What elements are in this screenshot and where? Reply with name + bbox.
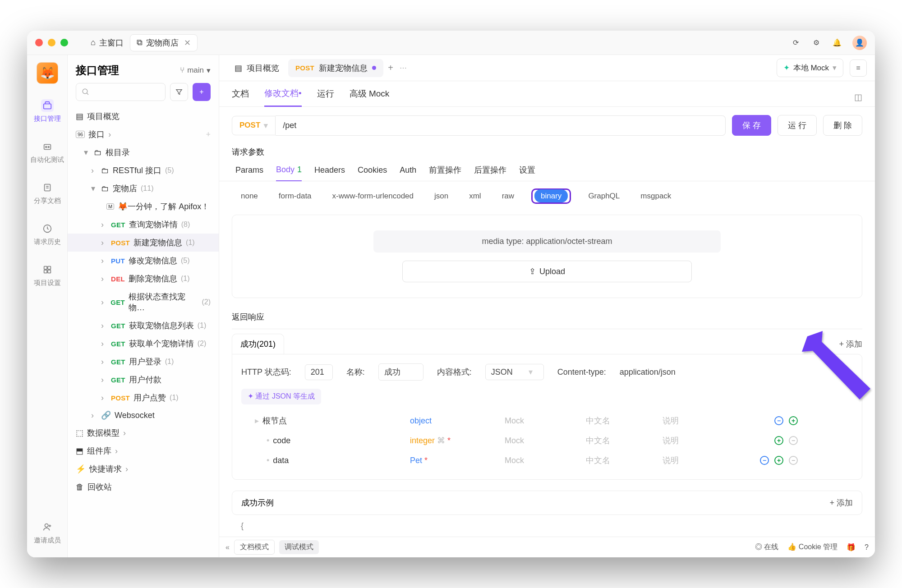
schema-type[interactable]: object	[410, 416, 505, 426]
add-icon[interactable]: +	[774, 456, 783, 465]
body-type-option[interactable]: xml	[465, 190, 484, 202]
url-input[interactable]: /pet	[276, 115, 726, 136]
tree-restful[interactable]: › 🗀 RESTful 接口 (5)	[68, 161, 219, 179]
remove-icon[interactable]: −	[789, 436, 798, 445]
nav-share[interactable]: 分享文档	[32, 179, 63, 207]
add-icon[interactable]: +	[774, 436, 783, 445]
search-input[interactable]	[76, 83, 166, 101]
tree-petshop[interactable]: ▾ 🗀 宠物店 (11)	[68, 179, 219, 198]
nav-invite[interactable]: 邀请成员	[32, 519, 63, 547]
close-icon[interactable]	[35, 39, 43, 46]
schema-desc-placeholder[interactable]: 说明	[663, 435, 739, 446]
collapse-icon[interactable]: −	[760, 456, 769, 465]
run-button[interactable]: 运 行	[778, 115, 817, 136]
schema-generate-button[interactable]: ✦ 通过 JSON 等生成	[241, 389, 321, 404]
menu-button[interactable]: ≡	[850, 60, 867, 77]
avatar[interactable]: 👤	[852, 36, 867, 50]
tree-root-dir[interactable]: ▾ 🗀 根目录	[68, 143, 219, 161]
schema-cn-placeholder[interactable]: 中文名	[586, 415, 663, 426]
nav-settings[interactable]: 项目设置	[32, 262, 63, 289]
request-tab[interactable]: Body1	[276, 165, 302, 181]
tree-md-note[interactable]: M 🦊一分钟，了解 Apifox！	[68, 198, 219, 216]
schema-mock-placeholder[interactable]: Mock	[505, 416, 586, 426]
tree-endpoint[interactable]: › GET 获取单个宠物详情 (2)	[68, 335, 219, 353]
request-tab[interactable]: 前置操作	[429, 165, 461, 181]
gear-icon[interactable]: ⚙	[811, 37, 822, 48]
body-type-option[interactable]: GraphQL	[584, 190, 623, 202]
method-selector[interactable]: POST ▾	[232, 116, 276, 135]
tree-endpoint[interactable]: › GET 用户付款	[68, 371, 219, 389]
nav-api-manage[interactable]: 接口管理	[32, 97, 63, 125]
upload-button[interactable]: ⇪ Upload	[402, 261, 692, 282]
tree-endpoint[interactable]: › GET 获取宠物信息列表 (1)	[68, 317, 219, 335]
tree-extra[interactable]: 🗑 回收站	[68, 478, 219, 496]
add-example-button[interactable]: + 添加	[829, 497, 853, 508]
window-tab-petstore[interactable]: ⧉ 宠物商店 ✕	[130, 34, 198, 51]
tab-overview[interactable]: ▤ 项目概览	[227, 59, 286, 77]
request-tab[interactable]: Auth	[400, 165, 416, 181]
body-type-option[interactable]: msgpack	[637, 190, 675, 202]
branch-selector[interactable]: ⑂ main ▾	[180, 66, 211, 75]
bell-icon[interactable]: 🔔	[832, 37, 842, 48]
save-button[interactable]: 保 存	[732, 115, 771, 136]
delete-button[interactable]: 删 除	[823, 115, 862, 136]
add-tab-button[interactable]: +	[385, 63, 396, 74]
schema-mock-placeholder[interactable]: Mock	[505, 436, 586, 446]
body-type-option[interactable]: x-www-form-urlencoded	[329, 190, 417, 202]
tree-overview[interactable]: ▤ 项目概览	[68, 107, 219, 125]
collapse-icon[interactable]: −	[774, 416, 783, 425]
body-type-option[interactable]: raw	[498, 190, 518, 202]
tree-api-root[interactable]: 96 接口 › +	[68, 125, 219, 143]
request-tab[interactable]: 后置操作	[474, 165, 506, 181]
remove-icon[interactable]: −	[789, 456, 798, 465]
add-icon[interactable]: +	[789, 416, 798, 425]
tree-endpoint[interactable]: › GET 根据状态查找宠物… (2)	[68, 288, 219, 317]
tree-endpoint[interactable]: › POST 新建宠物信息 (1)	[68, 234, 219, 252]
inner-tab-run[interactable]: 运行	[317, 88, 334, 106]
debug-mode-chip[interactable]: 调试模式	[279, 540, 319, 554]
request-tab[interactable]: Params	[235, 165, 263, 181]
body-type-option[interactable]: json	[431, 190, 452, 202]
body-type-option[interactable]: form-data	[275, 190, 315, 202]
schema-field-name[interactable]: ▸根节点	[248, 415, 410, 426]
tab-active-endpoint[interactable]: POST 新建宠物信息	[288, 59, 383, 77]
window-tab-main[interactable]: ⌂ 主窗口	[84, 35, 130, 51]
request-tab[interactable]: Headers	[314, 165, 345, 181]
inner-tab-mock[interactable]: 高级 Mock	[350, 88, 390, 106]
tree-endpoint[interactable]: › POST 用户点赞 (1)	[68, 389, 219, 407]
request-tab[interactable]: Cookies	[358, 165, 387, 181]
schema-field-name[interactable]: •data	[248, 456, 410, 465]
inner-tab-edit[interactable]: 修改文档•	[264, 87, 302, 107]
body-type-option[interactable]: binary	[534, 189, 568, 202]
cookie-manage-button[interactable]: 👍 Cookie 管理	[787, 542, 838, 552]
tree-websocket[interactable]: › 🔗 Websocket	[68, 407, 219, 424]
gift-icon[interactable]: 🎁	[847, 543, 856, 551]
format-select[interactable]: JSON ▾	[485, 364, 544, 380]
add-response-button[interactable]: + 添加	[839, 339, 862, 349]
more-icon[interactable]: ⋯	[398, 63, 409, 74]
nav-history[interactable]: 请求历史	[32, 220, 63, 248]
layout-icon[interactable]: ◫	[854, 92, 862, 102]
collapse-icon[interactable]: «	[226, 543, 230, 551]
refresh-icon[interactable]: ⟳	[790, 37, 801, 48]
minimize-icon[interactable]	[48, 39, 55, 46]
schema-field-name[interactable]: •code	[248, 436, 410, 446]
status-code-input[interactable]: 201	[305, 364, 333, 380]
maximize-icon[interactable]	[60, 39, 68, 46]
filter-button[interactable]	[170, 83, 188, 101]
tree-extra[interactable]: ⬚ 数据模型 ›	[68, 424, 219, 442]
help-icon[interactable]: ?	[865, 543, 869, 551]
name-input[interactable]: 成功	[378, 363, 423, 381]
close-tab-icon[interactable]: ✕	[184, 38, 191, 48]
schema-cn-placeholder[interactable]: 中文名	[586, 455, 663, 466]
inner-tab-doc[interactable]: 文档	[232, 88, 249, 106]
response-tab[interactable]: 成功(201)	[232, 334, 284, 354]
body-type-option[interactable]: none	[237, 190, 262, 202]
schema-desc-placeholder[interactable]: 说明	[663, 415, 739, 426]
schema-mock-placeholder[interactable]: Mock	[505, 456, 586, 465]
tree-endpoint[interactable]: › DEL 删除宠物信息 (1)	[68, 270, 219, 288]
schema-type[interactable]: integer ⌘ *	[410, 436, 505, 446]
tree-endpoint[interactable]: › PUT 修改宠物信息 (5)	[68, 252, 219, 270]
tree-endpoint[interactable]: › GET 查询宠物详情 (8)	[68, 216, 219, 234]
tree-extra[interactable]: ⚡ 快捷请求 ›	[68, 460, 219, 478]
